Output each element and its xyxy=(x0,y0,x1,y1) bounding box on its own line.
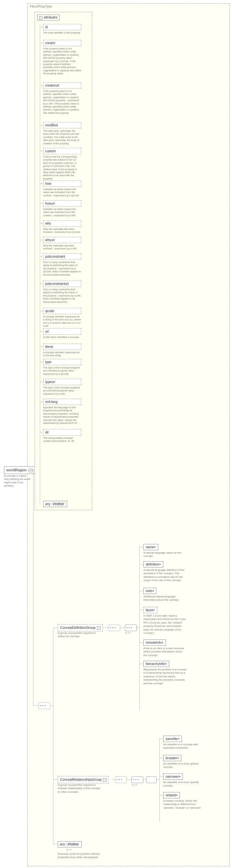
attr-label: pubconstrainturi xyxy=(43,281,81,287)
attr-label: xml:lang xyxy=(43,399,81,405)
expand-icon[interactable]: + xyxy=(159,562,161,566)
attributes-header[interactable]: −attributes xyxy=(37,14,59,21)
element-desc: An identifier of a more generic concept. xyxy=(163,762,206,769)
attr-desc: A URI which identifies a concept. xyxy=(43,336,81,339)
attr-desc: Why the metadata has been included - exp… xyxy=(43,227,81,234)
element-remoteInfo[interactable]: remoteInfo+ xyxy=(143,640,166,646)
element-desc: A link to an item or a web resource whic… xyxy=(143,647,186,657)
attr-label: why xyxy=(43,220,81,226)
attr-custom[interactable]: customIf set to true the corresponding p… xyxy=(43,148,81,180)
connector xyxy=(119,627,125,628)
attr-dir[interactable]: dirThe directionality of textual content… xyxy=(43,429,81,443)
connector xyxy=(103,627,108,628)
expand-icon[interactable]: + xyxy=(162,641,164,645)
attr-desc: If the property value is not defined, sp… xyxy=(43,90,81,115)
element-sameAs[interactable]: sameAs+ xyxy=(163,736,182,742)
expand-icon[interactable]: + xyxy=(153,608,155,612)
attr-typeuri[interactable]: typeuriThe type of the concept assigned … xyxy=(43,379,81,395)
attributes-header-label: attributes xyxy=(44,16,57,19)
sequence xyxy=(108,624,120,631)
element-desc: Represents the position of a concept in … xyxy=(143,668,186,685)
attr-label: qcode xyxy=(43,308,81,314)
connector xyxy=(40,402,43,402)
concept-definition-group[interactable]: ConceptDefinitionGroup− xyxy=(58,624,103,631)
element-hierarchyInfo[interactable]: hierarchyInfo+ xyxy=(143,661,169,667)
expand-icon[interactable]: + xyxy=(152,589,154,593)
element-facet[interactable]: facet+ xyxy=(143,607,157,613)
attr-why[interactable]: whyWhy the metadata has been included - … xyxy=(43,220,81,234)
attr-desc: Indicates by which means the value was e… xyxy=(43,208,81,217)
expand-icon[interactable]: − xyxy=(29,469,32,472)
cardinality: 0..∞ xyxy=(66,848,71,851)
element-broader[interactable]: broader+ xyxy=(163,755,181,761)
connector xyxy=(159,758,163,758)
connector xyxy=(112,779,115,780)
element-desc: A related concept, where the relationshi… xyxy=(163,799,206,810)
connector xyxy=(40,256,43,257)
concept-relationships-group[interactable]: ConceptRelationshipsGroup− xyxy=(58,776,109,783)
attr-type[interactable]: typeThe type of the concept assigned as … xyxy=(43,359,81,375)
connector xyxy=(40,331,43,332)
element-desc: A natural language name for the concept. xyxy=(143,551,186,558)
connector xyxy=(156,779,159,780)
expand-icon[interactable]: + xyxy=(178,737,179,741)
attr-creator[interactable]: creatorIf the property value is not defi… xyxy=(43,40,81,75)
attr-label: literal xyxy=(43,344,81,350)
extension-any[interactable]: any##other xyxy=(58,841,82,847)
attr-literal[interactable]: literalA concept identifier expressed as… xyxy=(43,344,81,357)
attr-how[interactable]: howIndicates by which means the value wa… xyxy=(43,180,81,197)
attr-modified[interactable]: modifiedThe date (and, optionally, the t… xyxy=(43,122,81,145)
connector xyxy=(40,85,43,86)
expand-icon[interactable]: − xyxy=(97,626,100,630)
attr-desc: If the property value is not defined, sp… xyxy=(43,47,81,75)
cdg-spine xyxy=(139,546,140,710)
connector xyxy=(126,779,132,780)
attr-label: whyuri xyxy=(43,237,81,243)
element-desc: Additional natural language information … xyxy=(143,595,186,602)
attr-label: type xyxy=(43,359,81,365)
element-label: broader xyxy=(166,756,177,760)
expand-icon[interactable]: + xyxy=(165,662,167,666)
attr-qcode[interactable]: qcodeA concept identifier expressed as a… xyxy=(43,308,81,328)
expand-icon[interactable]: + xyxy=(176,794,178,797)
connector xyxy=(40,203,43,204)
element-definition[interactable]: definition+ xyxy=(143,561,163,567)
connector xyxy=(139,643,143,643)
attr-whyuri[interactable]: whyuriWhy the metadata has been included… xyxy=(43,237,81,250)
attr-desc: The type of the concept assigned as cont… xyxy=(43,386,81,395)
attr-creatoruri[interactable]: creatoruriIf the property value is not d… xyxy=(43,82,81,115)
any-other-attr[interactable]: any##other xyxy=(43,501,67,507)
any-ns: ##other xyxy=(66,842,80,846)
connector xyxy=(143,779,146,780)
attr-label: how xyxy=(43,180,81,187)
element-narrower[interactable]: narrower+ xyxy=(163,773,183,780)
element-label: narrower xyxy=(166,775,179,778)
element-label: remoteInfo xyxy=(146,641,162,645)
attr-label: modified xyxy=(43,122,81,128)
connector xyxy=(159,776,163,777)
element-label: name xyxy=(146,545,154,549)
connector xyxy=(33,706,38,706)
attr-xml-lang[interactable]: xml:langSpecifies the language of this p… xyxy=(43,399,81,425)
expand-icon[interactable]: + xyxy=(154,545,156,549)
attr-label: dir xyxy=(43,429,81,435)
connector xyxy=(40,183,43,184)
element-desc: A natural language definition of the sem… xyxy=(143,568,186,582)
element-related[interactable]: related+ xyxy=(163,792,180,798)
attr-uri[interactable]: uriA URI which identifies a concept. xyxy=(43,328,81,339)
expand-icon[interactable]: + xyxy=(179,775,180,778)
attr-pubconstraint[interactable]: pubconstraintOne or many constraints tha… xyxy=(43,253,81,276)
attr-howuri[interactable]: howuriIndicates by which means the value… xyxy=(43,200,81,217)
element-name[interactable]: name+ xyxy=(143,544,158,550)
expand-icon[interactable]: + xyxy=(177,756,179,760)
attr-id[interactable]: idThe local identifier of the property. xyxy=(43,24,81,34)
attr-desc: Indicates by which means the value was e… xyxy=(43,188,81,197)
attr-pubconstrainturi[interactable]: pubconstrainturiOne or many constraints … xyxy=(43,281,81,304)
element-note[interactable]: note+ xyxy=(143,588,156,594)
sequence xyxy=(115,776,127,783)
connector xyxy=(139,610,143,610)
attr-label: pubconstraint xyxy=(43,253,81,260)
sequence xyxy=(125,624,137,631)
attr-label: typeuri xyxy=(43,379,81,385)
expand-icon[interactable]: − xyxy=(103,778,107,782)
